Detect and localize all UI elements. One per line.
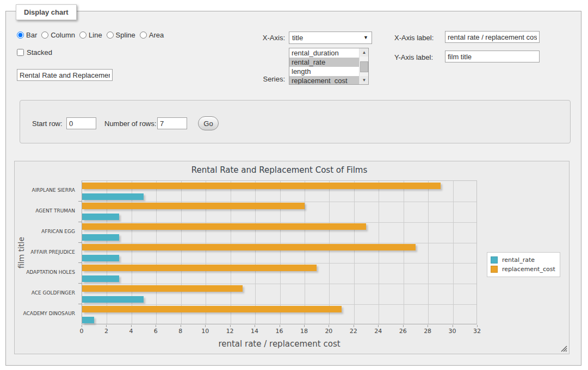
bar-replacement_cost (82, 223, 366, 230)
x-tick-label: 24 (368, 328, 388, 335)
bar-rental_rate (82, 193, 144, 200)
x-tick (255, 325, 255, 327)
x-tick-label: 28 (418, 328, 437, 335)
chart-type-label-bar: Bar (26, 31, 37, 39)
legend-label: replacement_cost (502, 266, 555, 273)
stacked-row: Stacked (17, 48, 52, 57)
x-tick-label: 6 (146, 328, 165, 335)
gridline (82, 202, 476, 202)
start-row-input[interactable] (66, 117, 96, 129)
chart-type-radio-group: BarColumnLineSplineArea (17, 31, 168, 39)
chart-type-label-area: Area (149, 31, 164, 39)
number-of-rows-label: Number of rows: (104, 120, 156, 128)
category-label: AIRPLANE SIERRA (15, 187, 75, 193)
y-axis-label-input[interactable] (445, 51, 540, 62)
x-tick-label: 14 (245, 328, 264, 335)
category-label: ADAPTATION HOLES (15, 269, 75, 275)
x-axis-label-input[interactable] (445, 31, 540, 43)
scroll-down-icon[interactable]: ▼ (360, 76, 368, 84)
bar-rental_rate (82, 296, 144, 303)
rows-panel: Start row: Number of rows: Go (20, 100, 571, 143)
x-tick-label: 12 (220, 328, 240, 335)
listbox-scrollbar[interactable]: ▲ ▼ (359, 48, 368, 84)
gridline (82, 222, 476, 223)
x-tick (131, 325, 132, 327)
x-tick (280, 325, 280, 327)
y-tick (78, 222, 82, 222)
x-tick (304, 325, 305, 327)
fieldset-legend: Display chart (16, 4, 77, 20)
series-option-replacement_cost[interactable]: replacement_cost (289, 76, 359, 85)
plot-area (82, 180, 477, 324)
bar-rental_rate (82, 214, 119, 220)
chart-type-radio-line[interactable] (79, 32, 86, 39)
chart-type-radio-area[interactable] (140, 32, 147, 39)
gridline (82, 263, 476, 264)
x-tick-label: 8 (171, 328, 190, 335)
category-labels: AIRPLANE SIERRAAGENT TRUMANAFRICAN EGGAF… (15, 180, 78, 324)
display-chart-fieldset: Display chart BarColumnLineSplineArea St… (5, 11, 581, 366)
x-tick-label: 10 (195, 328, 215, 335)
stacked-label: Stacked (27, 48, 52, 57)
x-tick (181, 325, 181, 327)
x-tick-label: 20 (319, 328, 338, 335)
x-tick (205, 325, 206, 327)
bar-replacement_cost (82, 203, 305, 209)
x-tick (354, 325, 354, 327)
go-button[interactable]: Go (198, 116, 219, 130)
series-option-rental_duration[interactable]: rental_duration (289, 48, 359, 58)
bar-replacement_cost (82, 183, 441, 189)
x-tick (156, 325, 156, 327)
chart-type-radio-bar[interactable] (17, 32, 24, 39)
series-listbox-label: Series: (213, 75, 285, 83)
y-tick (78, 201, 82, 202)
gridline (82, 284, 476, 284)
resize-handle-icon[interactable] (561, 346, 567, 352)
x-tick-label: 22 (344, 328, 363, 335)
chart-title-input[interactable] (17, 69, 113, 81)
bar-rental_rate (82, 255, 119, 261)
gridline (379, 181, 379, 324)
gridline (354, 181, 355, 324)
x-tick (230, 325, 231, 327)
x-tick-label: 26 (393, 328, 413, 335)
chart-type-radio-column[interactable] (41, 32, 48, 39)
gridline (305, 181, 305, 324)
x-axis-select[interactable]: title ▼ (289, 32, 372, 44)
start-row-label: Start row: (32, 120, 63, 128)
bar-rental_rate (82, 317, 94, 323)
gridline (82, 304, 476, 305)
legend-label: rental_rate (502, 256, 535, 264)
number-of-rows-input[interactable] (157, 117, 187, 129)
chart-type-radio-spline[interactable] (107, 32, 114, 39)
x-tick-label: 32 (467, 328, 487, 335)
x-tick (82, 325, 82, 327)
bar-replacement_cost (82, 285, 243, 292)
y-tick (78, 304, 82, 304)
x-tick-label: 18 (294, 328, 314, 335)
gridline (428, 181, 429, 324)
category-label: AFFAIR PREJUDICE (15, 249, 75, 255)
stacked-checkbox[interactable] (17, 49, 24, 56)
x-tick (106, 325, 107, 327)
series-listbox[interactable]: rental_durationrental_ratelengthreplacem… (289, 48, 369, 85)
chart-type-label-spline: Spline (116, 31, 135, 39)
bar-replacement_cost (82, 306, 342, 312)
x-tick-label: 0 (72, 328, 91, 335)
gridline (404, 181, 404, 324)
series-option-rental_rate[interactable]: rental_rate (289, 58, 359, 67)
x-tick (428, 325, 428, 327)
scrollbar-thumb[interactable] (360, 61, 368, 72)
x-axis-title: rental rate / replacement cost (82, 339, 477, 349)
chart-legend: rental_ratereplacement_cost (487, 252, 560, 277)
x-tick-label: 16 (270, 328, 289, 335)
legend-swatch-replacement_cost (491, 266, 498, 273)
chart-title: Rental Rate and Replacement Cost of Film… (82, 165, 477, 175)
legend-item: rental_rate (491, 255, 555, 265)
scroll-up-icon[interactable]: ▲ (360, 48, 368, 57)
category-label: AGENT TRUMAN (15, 208, 75, 214)
category-label: ACE GOLDFINGER (15, 290, 75, 296)
x-tick-label: 4 (121, 328, 141, 335)
bar-replacement_cost (82, 265, 317, 271)
series-option-length[interactable]: length (289, 67, 359, 76)
